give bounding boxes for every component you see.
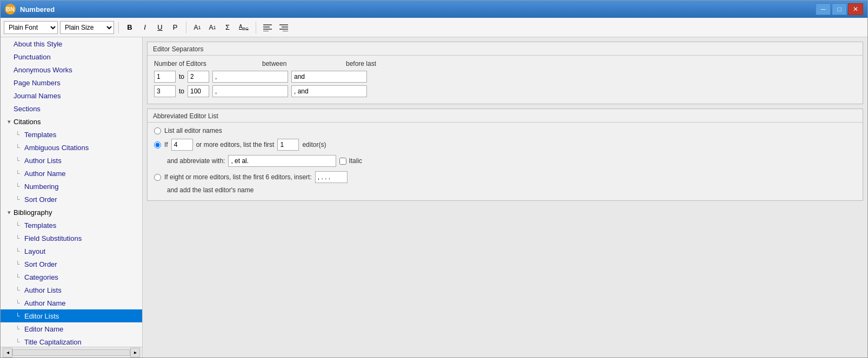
sidebar-item-author-lists-bib[interactable]: └ Author Lists xyxy=(1,283,142,296)
subscript-button[interactable]: A1 xyxy=(206,21,219,34)
abbreviate-with-label: and abbreviate with: xyxy=(167,157,225,165)
sidebar-item-sections[interactable]: Sections xyxy=(1,102,142,115)
italic-button[interactable]: I xyxy=(138,21,151,34)
sidebar-item-editor-lists[interactable]: └ Editor Lists xyxy=(1,309,142,322)
font-select[interactable]: Plain Font xyxy=(4,21,58,34)
sidebar-item-page-numbers[interactable]: Page Numbers xyxy=(1,76,142,89)
content-area: Editor Separators Number of Editors betw… xyxy=(143,37,867,357)
abbreviate-with-row: and abbreviate with: Italic xyxy=(167,155,856,167)
sidebar-scroll[interactable]: About this Style Punctuation Anonymous W… xyxy=(1,37,142,347)
abbreviated-editor-title: Abbreviated Editor List xyxy=(148,109,863,122)
option2-prefix: If xyxy=(164,141,168,148)
window-controls: ─ □ ✕ xyxy=(816,3,863,15)
option2-count-input[interactable] xyxy=(171,139,193,151)
option1-label: List all editor names xyxy=(164,127,222,134)
editor-separators-title: Editor Separators xyxy=(148,42,863,55)
sidebar-item-layout[interactable]: └ Layout xyxy=(1,245,142,258)
abbreviate-with-input[interactable] xyxy=(228,155,336,167)
sidebar-hscroll[interactable] xyxy=(12,349,130,356)
sidebar-item-author-lists-cit[interactable]: └ Author Lists xyxy=(1,154,142,167)
abbreviated-editor-panel: Abbreviated Editor List List all editor … xyxy=(147,109,863,201)
sidebar-item-numbering[interactable]: └ Numbering xyxy=(1,180,142,193)
italic-checkbox-label: Italic xyxy=(339,157,362,165)
main-area: About this Style Punctuation Anonymous W… xyxy=(1,37,867,357)
option2-row: If or more editors, list the first edito… xyxy=(154,139,856,151)
size-select[interactable]: Plain Size xyxy=(60,21,114,34)
editor-separators-body: Number of Editors between before last to xyxy=(148,56,863,104)
plain-button[interactable]: P xyxy=(169,21,182,34)
window-title: Numbered xyxy=(20,5,811,13)
option1-radio[interactable] xyxy=(154,127,161,134)
sidebar-item-citations[interactable]: ▾ Citations xyxy=(1,115,142,128)
sep-row-2: to xyxy=(154,85,856,97)
sigma-button[interactable]: Σ xyxy=(221,21,234,34)
row2-before-last[interactable] xyxy=(291,85,367,97)
app-icon: BN xyxy=(5,4,16,15)
row2-to[interactable] xyxy=(188,85,209,97)
sidebar-item-bibliography[interactable]: ▾ Bibliography xyxy=(1,206,142,219)
option3-radio[interactable] xyxy=(154,174,161,181)
sidebar-scroll-right[interactable]: ▸ xyxy=(130,348,140,357)
col-before-last: before last xyxy=(346,60,427,67)
sidebar-item-categories[interactable]: └ Categories xyxy=(1,271,142,283)
sep-row-1: to xyxy=(154,71,856,83)
titlebar: BN Numbered ─ □ ✕ xyxy=(1,1,867,18)
close-button[interactable]: ✕ xyxy=(848,3,863,15)
option3-insert-input[interactable] xyxy=(315,171,348,183)
maximize-button[interactable]: □ xyxy=(832,3,847,15)
option2-middle: or more editors, list the first xyxy=(196,141,275,148)
col-num-editors: Number of Editors xyxy=(154,60,262,67)
align-left-button[interactable] xyxy=(261,21,275,34)
sidebar-item-punctuation[interactable]: Punctuation xyxy=(1,50,142,63)
row2-from[interactable] xyxy=(154,85,176,97)
sidebar-item-about-style[interactable]: About this Style xyxy=(1,37,142,50)
sep-column-headers: Number of Editors between before last xyxy=(154,60,856,67)
main-window: BN Numbered ─ □ ✕ Plain Font Plain Size … xyxy=(0,0,868,358)
row1-before-last[interactable] xyxy=(291,71,367,83)
last-editor-row: and add the last editor's name xyxy=(167,186,856,194)
option2-suffix: editor(s) xyxy=(302,141,326,148)
underline-button[interactable]: U xyxy=(153,21,166,34)
sidebar-item-author-name-cit[interactable]: └ Author Name xyxy=(1,167,142,180)
row1-between[interactable] xyxy=(212,71,288,83)
sidebar-item-anonymous-works[interactable]: Anonymous Works xyxy=(1,63,142,76)
toolbar: Plain Font Plain Size B I U P A1 A1 Σ AB… xyxy=(1,18,867,37)
toolbar-divider-3 xyxy=(256,22,256,33)
italic-checkbox[interactable] xyxy=(339,158,346,165)
sidebar-item-journal-names[interactable]: Journal Names xyxy=(1,89,142,102)
sidebar-item-sort-order-cit[interactable]: └ Sort Order xyxy=(1,193,142,206)
abc-button[interactable]: ABC xyxy=(236,21,251,34)
sidebar-item-field-substitutions[interactable]: └ Field Substitutions xyxy=(1,232,142,245)
minimize-button[interactable]: ─ xyxy=(816,3,831,15)
row2-between[interactable] xyxy=(212,85,288,97)
row1-from[interactable] xyxy=(154,71,176,83)
abbreviated-editor-body: List all editor names If or more editors… xyxy=(148,123,863,200)
sidebar-scroll-left[interactable]: ◂ xyxy=(3,348,12,357)
sidebar-item-bib-templates[interactable]: └ Templates xyxy=(1,219,142,232)
sidebar-scrollbar-bottom: ◂ ▸ xyxy=(1,347,142,357)
sidebar-item-sort-order-bib[interactable]: └ Sort Order xyxy=(1,258,142,271)
col-between: between xyxy=(262,60,346,67)
align-right-button[interactable] xyxy=(277,21,291,34)
sidebar-item-author-name-bib[interactable]: └ Author Name xyxy=(1,296,142,309)
sidebar-item-templates-cit[interactable]: └ Templates xyxy=(1,128,142,141)
sidebar: About this Style Punctuation Anonymous W… xyxy=(1,37,143,357)
option3-row: If eight or more editors, list the first… xyxy=(154,171,856,183)
option3-label: If eight or more editors, list the first… xyxy=(164,173,312,181)
option2-list-first-input[interactable] xyxy=(277,139,299,151)
toolbar-divider-2 xyxy=(186,22,186,33)
row1-to[interactable] xyxy=(188,71,209,83)
sidebar-item-title-capitalization[interactable]: └ Title Capitalization xyxy=(1,335,142,347)
bold-button[interactable]: B xyxy=(123,21,136,34)
option1-row: List all editor names xyxy=(154,127,856,134)
sidebar-item-editor-name[interactable]: └ Editor Name xyxy=(1,322,142,335)
option2-radio[interactable] xyxy=(154,141,161,148)
toolbar-divider-1 xyxy=(118,22,119,33)
sidebar-item-ambiguous-citations[interactable]: └ Ambiguous Citations xyxy=(1,141,142,154)
superscript-button[interactable]: A1 xyxy=(191,21,204,34)
editor-separators-panel: Editor Separators Number of Editors betw… xyxy=(147,42,863,104)
